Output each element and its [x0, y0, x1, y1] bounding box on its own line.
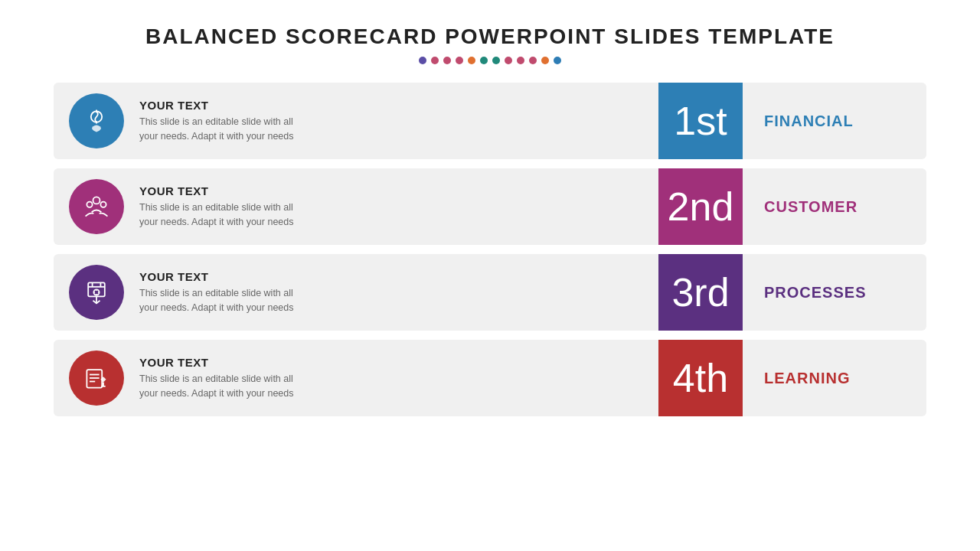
scorecard-row-3: YOUR TEXT This slide is an editable slid… — [54, 254, 926, 331]
icon-circle-1 — [69, 93, 124, 148]
card-desc-2: This slide is an editable slide with all… — [139, 201, 294, 230]
svg-point-4 — [87, 202, 92, 207]
svg-point-5 — [100, 202, 106, 207]
label-card-2: CUSTOMER — [743, 168, 926, 245]
label-text-3: PROCESSES — [764, 284, 866, 302]
card-desc-1: This slide is an editable slide with all… — [139, 115, 294, 144]
number-box-1: 1st — [658, 83, 743, 159]
number-box-4: 4th — [658, 340, 743, 416]
dot — [505, 57, 512, 64]
left-card-1: YOUR TEXT This slide is an editable slid… — [54, 83, 658, 159]
page-title: BALANCED SCORECARD POWERPOINT SLIDES TEM… — [145, 24, 835, 49]
dot — [468, 57, 475, 64]
label-text-1: FINANCIAL — [764, 112, 854, 130]
left-card-4: YOUR TEXT This slide is an editable slid… — [54, 340, 658, 416]
label-card-4: LEARNING — [743, 340, 926, 416]
dot — [492, 57, 500, 64]
card-desc-4: This slide is an editable slide with all… — [139, 372, 294, 401]
text-block-4: YOUR TEXT This slide is an editable slid… — [139, 356, 294, 401]
text-block-3: YOUR TEXT This slide is an editable slid… — [139, 270, 294, 315]
card-title-4: YOUR TEXT — [139, 356, 294, 369]
dot — [456, 57, 463, 64]
svg-rect-16 — [87, 370, 102, 387]
left-card-3: YOUR TEXT This slide is an editable slid… — [54, 254, 658, 331]
dot — [419, 57, 426, 64]
icon-circle-4 — [69, 350, 124, 406]
svg-point-3 — [93, 197, 100, 204]
label-card-3: PROCESSES — [743, 254, 926, 331]
icon-circle-3 — [69, 265, 124, 320]
label-text-4: LEARNING — [764, 370, 850, 387]
label-card-1: FINANCIAL — [743, 83, 926, 159]
scorecard-row-2: YOUR TEXT This slide is an editable slid… — [54, 168, 926, 245]
number-box-2: 2nd — [658, 168, 743, 245]
text-block-1: YOUR TEXT This slide is an editable slid… — [139, 99, 294, 144]
dot — [443, 57, 451, 64]
card-title-3: YOUR TEXT — [139, 270, 294, 283]
dot — [529, 57, 537, 64]
page-header: BALANCED SCORECARD POWERPOINT SLIDES TEM… — [145, 24, 835, 64]
label-text-2: CUSTOMER — [764, 198, 858, 216]
scorecard-content: YOUR TEXT This slide is an editable slid… — [54, 83, 926, 416]
scorecard-row-1: YOUR TEXT This slide is an editable slid… — [54, 83, 926, 159]
dot — [517, 57, 524, 64]
dots-row — [145, 57, 835, 64]
card-desc-3: This slide is an editable slide with all… — [139, 286, 294, 315]
dot — [541, 57, 549, 64]
card-title-2: YOUR TEXT — [139, 184, 294, 197]
icon-circle-2 — [69, 179, 124, 234]
text-block-2: YOUR TEXT This slide is an editable slid… — [139, 184, 294, 230]
card-title-1: YOUR TEXT — [139, 99, 294, 112]
left-card-2: YOUR TEXT This slide is an editable slid… — [54, 168, 658, 245]
number-box-3: 3rd — [658, 254, 743, 331]
dot — [431, 57, 439, 64]
scorecard-row-4: YOUR TEXT This slide is an editable slid… — [54, 340, 926, 416]
dot — [554, 57, 561, 64]
dot — [480, 57, 488, 64]
